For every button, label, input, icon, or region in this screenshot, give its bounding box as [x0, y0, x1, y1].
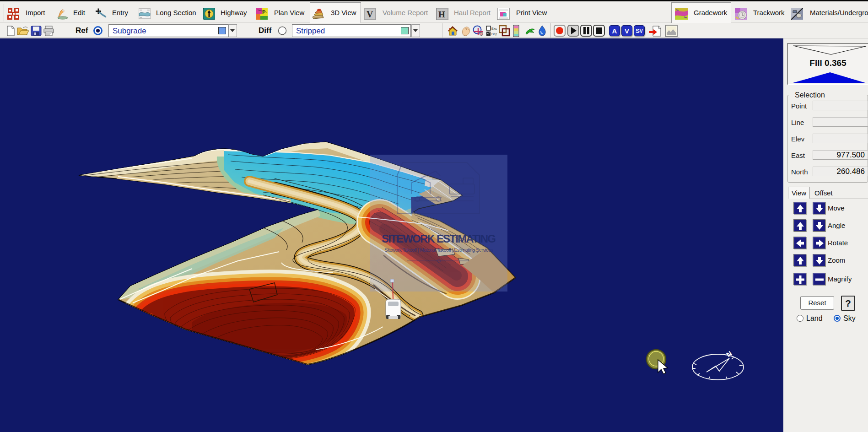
svg-text:SITEWORK ESTIMATING: SITEWORK ESTIMATING	[382, 232, 496, 245]
svg-text:V: V	[367, 9, 373, 19]
svg-text:N: N	[725, 349, 733, 358]
svg-text:Sitework Takeoff | Material Ta: Sitework Takeoff | Material Takeoff | Es…	[384, 247, 494, 253]
svg-text:H: H	[438, 10, 445, 19]
svg-text:Exc: Exc	[491, 27, 497, 30]
svg-text:F: F	[262, 9, 265, 15]
svg-text:Dep: Dep	[491, 32, 497, 36]
